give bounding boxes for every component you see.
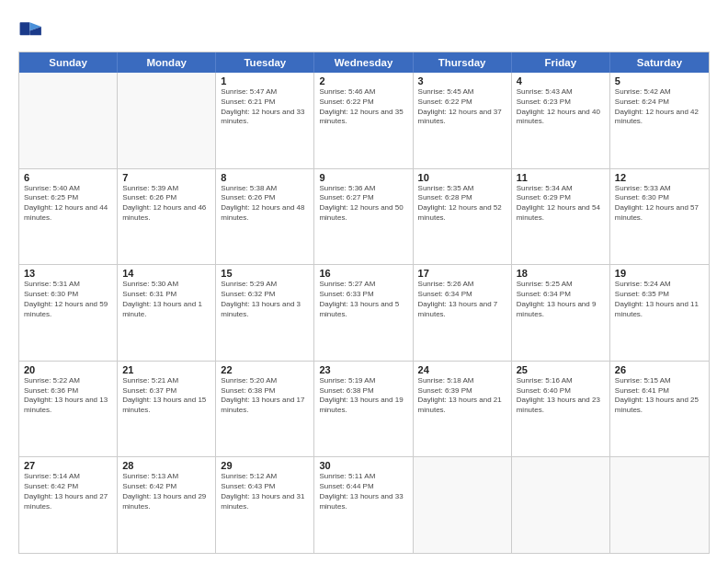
calendar-cell: 13Sunrise: 5:31 AMSunset: 6:30 PMDayligh… [19,265,118,361]
cell-details: Sunrise: 5:15 AMSunset: 6:41 PMDaylight:… [615,376,704,416]
calendar-cell: 1Sunrise: 5:47 AMSunset: 6:21 PMDaylight… [216,73,314,168]
cell-details: Sunrise: 5:25 AMSunset: 6:34 PMDaylight:… [517,280,605,319]
day-number: 1 [221,75,309,86]
calendar-row-4: 27Sunrise: 5:14 AMSunset: 6:42 PMDayligh… [19,456,709,553]
cell-details: Sunrise: 5:40 AMSunset: 6:25 PMDaylight:… [24,184,112,224]
logo-icon [18,17,44,42]
cell-details: Sunrise: 5:11 AMSunset: 6:44 PMDaylight:… [319,472,407,511]
calendar-cell: 23Sunrise: 5:19 AMSunset: 6:38 PMDayligh… [314,362,413,457]
day-number: 15 [221,268,309,279]
cell-details: Sunrise: 5:34 AMSunset: 6:29 PMDaylight:… [517,184,605,224]
cell-details: Sunrise: 5:22 AMSunset: 6:36 PMDaylight:… [24,376,112,416]
calendar-cell: 10Sunrise: 5:35 AMSunset: 6:28 PMDayligh… [414,169,512,265]
calendar-cell: 6Sunrise: 5:40 AMSunset: 6:25 PMDaylight… [19,169,118,265]
cell-details: Sunrise: 5:43 AMSunset: 6:23 PMDaylight:… [517,87,605,127]
calendar-cell: 20Sunrise: 5:22 AMSunset: 6:36 PMDayligh… [19,362,118,457]
cell-details: Sunrise: 5:36 AMSunset: 6:27 PMDaylight:… [319,184,407,224]
calendar-row-2: 13Sunrise: 5:31 AMSunset: 6:30 PMDayligh… [19,264,709,361]
cell-details: Sunrise: 5:18 AMSunset: 6:39 PMDaylight:… [418,376,506,416]
day-number: 19 [615,268,704,279]
day-number: 21 [122,364,210,375]
calendar-cell: 3Sunrise: 5:45 AMSunset: 6:22 PMDaylight… [414,73,512,168]
calendar-cell: 19Sunrise: 5:24 AMSunset: 6:35 PMDayligh… [610,265,709,361]
calendar: SundayMondayTuesdayWednesdayThursdayFrid… [18,52,710,554]
calendar-cell: 7Sunrise: 5:39 AMSunset: 6:26 PMDaylight… [118,169,216,265]
day-number: 4 [517,75,605,86]
calendar-cell: 22Sunrise: 5:20 AMSunset: 6:38 PMDayligh… [216,362,314,457]
calendar-row-1: 6Sunrise: 5:40 AMSunset: 6:25 PMDaylight… [19,168,709,265]
calendar-cell: 26Sunrise: 5:15 AMSunset: 6:41 PMDayligh… [610,362,709,457]
day-number: 27 [24,460,112,471]
day-number: 20 [24,364,112,375]
day-number: 13 [24,268,112,279]
calendar-cell: 17Sunrise: 5:26 AMSunset: 6:34 PMDayligh… [414,265,512,361]
day-number: 14 [122,268,210,279]
day-number: 5 [615,75,704,86]
cell-details: Sunrise: 5:47 AMSunset: 6:21 PMDaylight:… [221,87,309,127]
calendar-cell: 15Sunrise: 5:29 AMSunset: 6:32 PMDayligh… [216,265,314,361]
cell-details: Sunrise: 5:45 AMSunset: 6:22 PMDaylight:… [418,87,506,127]
cell-details: Sunrise: 5:12 AMSunset: 6:43 PMDaylight:… [221,472,309,511]
day-number: 7 [122,172,210,183]
calendar-row-0: 1Sunrise: 5:47 AMSunset: 6:21 PMDaylight… [19,73,709,168]
day-number: 9 [319,172,407,183]
day-number: 8 [221,172,309,183]
day-number: 3 [418,75,506,86]
day-number: 10 [418,172,506,183]
cell-details: Sunrise: 5:39 AMSunset: 6:26 PMDaylight:… [122,184,210,224]
calendar-cell: 4Sunrise: 5:43 AMSunset: 6:23 PMDaylight… [512,73,610,168]
day-number: 6 [24,172,112,183]
day-number: 30 [319,460,407,471]
calendar-cell [118,73,216,168]
calendar-row-3: 20Sunrise: 5:22 AMSunset: 6:36 PMDayligh… [19,361,709,457]
calendar-cell: 2Sunrise: 5:46 AMSunset: 6:22 PMDaylight… [314,73,413,168]
calendar-cell: 29Sunrise: 5:12 AMSunset: 6:43 PMDayligh… [216,457,314,553]
calendar-cell: 21Sunrise: 5:21 AMSunset: 6:37 PMDayligh… [118,362,216,457]
day-number: 25 [517,364,605,375]
cell-details: Sunrise: 5:16 AMSunset: 6:40 PMDaylight:… [517,376,605,416]
calendar-cell: 30Sunrise: 5:11 AMSunset: 6:44 PMDayligh… [314,457,413,553]
calendar-cell [512,457,610,553]
cell-details: Sunrise: 5:31 AMSunset: 6:30 PMDaylight:… [24,280,112,319]
day-number: 16 [319,268,407,279]
calendar-header: SundayMondayTuesdayWednesdayThursdayFrid… [19,52,709,73]
day-number: 29 [221,460,309,471]
cell-details: Sunrise: 5:13 AMSunset: 6:42 PMDaylight:… [122,472,210,511]
calendar-cell [19,73,118,168]
cell-details: Sunrise: 5:27 AMSunset: 6:33 PMDaylight:… [319,280,407,319]
cell-details: Sunrise: 5:19 AMSunset: 6:38 PMDaylight:… [319,376,407,416]
calendar-cell: 24Sunrise: 5:18 AMSunset: 6:39 PMDayligh… [414,362,512,457]
day-number: 23 [319,364,407,375]
cell-details: Sunrise: 5:26 AMSunset: 6:34 PMDaylight:… [418,280,506,319]
svg-rect-0 [20,22,30,35]
header-day-wednesday: Wednesday [314,52,413,73]
cell-details: Sunrise: 5:21 AMSunset: 6:37 PMDaylight:… [122,376,210,416]
cell-details: Sunrise: 5:14 AMSunset: 6:42 PMDaylight:… [24,472,112,511]
calendar-cell [610,457,709,553]
cell-details: Sunrise: 5:29 AMSunset: 6:32 PMDaylight:… [221,280,309,319]
calendar-cell: 5Sunrise: 5:42 AMSunset: 6:24 PMDaylight… [610,73,709,168]
day-number: 26 [615,364,704,375]
calendar-body: 1Sunrise: 5:47 AMSunset: 6:21 PMDaylight… [19,73,709,553]
cell-details: Sunrise: 5:20 AMSunset: 6:38 PMDaylight:… [221,376,309,416]
calendar-cell: 8Sunrise: 5:38 AMSunset: 6:26 PMDaylight… [216,169,314,265]
calendar-cell: 28Sunrise: 5:13 AMSunset: 6:42 PMDayligh… [118,457,216,553]
header-day-thursday: Thursday [414,52,512,73]
header-day-monday: Monday [118,52,216,73]
day-number: 28 [122,460,210,471]
cell-details: Sunrise: 5:30 AMSunset: 6:31 PMDaylight:… [122,280,210,319]
calendar-cell: 9Sunrise: 5:36 AMSunset: 6:27 PMDaylight… [314,169,413,265]
day-number: 12 [615,172,704,183]
calendar-cell: 14Sunrise: 5:30 AMSunset: 6:31 PMDayligh… [118,265,216,361]
calendar-cell: 25Sunrise: 5:16 AMSunset: 6:40 PMDayligh… [512,362,610,457]
logo [18,17,48,42]
cell-details: Sunrise: 5:46 AMSunset: 6:22 PMDaylight:… [319,87,407,127]
header-day-tuesday: Tuesday [216,52,314,73]
calendar-cell: 12Sunrise: 5:33 AMSunset: 6:30 PMDayligh… [610,169,709,265]
day-number: 17 [418,268,506,279]
cell-details: Sunrise: 5:35 AMSunset: 6:28 PMDaylight:… [418,184,506,224]
cell-details: Sunrise: 5:42 AMSunset: 6:24 PMDaylight:… [615,87,704,127]
day-number: 18 [517,268,605,279]
cell-details: Sunrise: 5:38 AMSunset: 6:26 PMDaylight:… [221,184,309,224]
day-number: 24 [418,364,506,375]
